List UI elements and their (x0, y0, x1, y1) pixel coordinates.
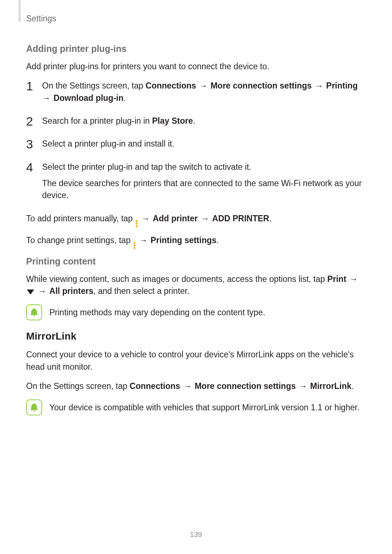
text: Select a printer plug-in and install it. (42, 138, 174, 150)
more-options-icon (134, 242, 135, 249)
path-connections: Connections (146, 81, 196, 90)
note-bell-icon (26, 399, 42, 415)
step-text: Search for a printer plug-in in Play Sto… (42, 115, 195, 131)
step-4: 4 Select the printer plug-in and tap the… (26, 161, 366, 206)
period: . (351, 381, 354, 391)
arrow: → (136, 235, 151, 245)
step-text: Select the printer plug-in and tap the s… (42, 161, 366, 206)
step-3: 3 Select a printer plug-in and install i… (26, 138, 366, 154)
path-connections: Connections (130, 381, 180, 391)
page-number: 139 (0, 530, 392, 539)
step-2: 2 Search for a printer plug-in in Play S… (26, 115, 366, 131)
path-download-plugin: Download plug-in (53, 93, 123, 103)
intro-text: Add printer plug-ins for printers you wa… (26, 61, 366, 73)
text: , and then select a printer. (93, 286, 189, 296)
path-printing: Printing (326, 81, 358, 90)
text: Search for a printer plug-in in (42, 116, 152, 126)
dropdown-triangle-icon (27, 290, 34, 295)
period: . (216, 235, 219, 245)
arrow: → (346, 274, 358, 284)
heading-mirrorlink: MirrorLink (26, 331, 366, 342)
add-printer-label: Add printer (153, 214, 198, 223)
period: . (193, 116, 195, 126)
header-rule (19, 0, 20, 22)
text: To add printers manually, tap (26, 214, 135, 223)
arrow: → (312, 81, 326, 90)
step-1: 1 On the Settings screen, tap Connection… (26, 80, 366, 108)
section-header: Settings (26, 14, 56, 24)
add-printer-caps: ADD PRINTER (212, 214, 269, 223)
arrow: → (198, 214, 212, 223)
text: To change print settings, tap (26, 235, 133, 245)
note-text: Your device is compatible with vehicles … (49, 399, 359, 414)
path-more-conn: More connection settings (195, 381, 296, 391)
note-block: Printing methods may vary depending on t… (26, 304, 366, 320)
manual-page: Settings Adding printer plug-ins Add pri… (0, 0, 392, 554)
text: Select the printer plug-in and tap the s… (42, 161, 366, 173)
period: . (123, 93, 126, 103)
step-number: 3 (26, 138, 34, 154)
printing-content-text: While viewing content, such as images or… (26, 273, 366, 297)
note-block: Your device is compatible with vehicles … (26, 399, 366, 415)
more-options-icon (136, 220, 138, 227)
text: On the Settings screen, tap (26, 381, 130, 391)
step-number: 2 (26, 115, 34, 131)
arrow: → (138, 214, 153, 223)
path-mirrorlink: MirrorLink (310, 381, 352, 391)
step-text: On the Settings screen, tap Connections … (42, 80, 366, 108)
page-body: Adding printer plug-ins Add printer plug… (26, 44, 366, 415)
step-text: Select a printer plug-in and install it. (42, 138, 174, 154)
print-label: Print (327, 274, 346, 284)
arrow: → (180, 381, 195, 391)
change-settings-text: To change print settings, tap → Printing… (26, 234, 366, 249)
step-number: 4 (26, 161, 34, 206)
printing-settings-label: Printing settings (151, 235, 216, 245)
arrow: → (196, 81, 211, 90)
note-text: Printing methods may vary depending on t… (49, 304, 265, 319)
steps-list: 1 On the Settings screen, tap Connection… (26, 80, 366, 206)
heading-adding-printer-plugins: Adding printer plug-ins (26, 44, 366, 54)
text: While viewing content, such as images or… (26, 274, 327, 284)
add-manually-text: To add printers manually, tap → Add prin… (26, 213, 366, 227)
note-bell-icon (26, 304, 42, 320)
path-more-conn: More connection settings (211, 81, 312, 90)
period: . (269, 214, 271, 223)
step-number: 1 (26, 80, 34, 108)
play-store: Play Store (152, 116, 193, 126)
mirrorlink-intro: Connect your device to a vehicle to cont… (26, 349, 366, 373)
heading-printing-content: Printing content (26, 256, 366, 267)
all-printers-label: All printers (49, 286, 93, 296)
text: On the Settings screen, tap (42, 81, 146, 90)
arrow: → (296, 381, 310, 391)
text: The device searches for printers that ar… (42, 177, 366, 202)
arrow: → (35, 286, 49, 296)
mirrorlink-path: On the Settings screen, tap Connections … (26, 380, 366, 392)
